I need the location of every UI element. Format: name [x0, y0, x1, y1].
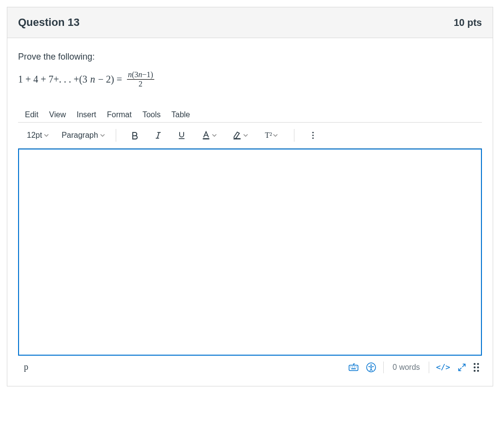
svg-rect-5	[234, 138, 240, 139]
highlight-color-button[interactable]	[227, 127, 254, 144]
bold-button[interactable]	[125, 127, 145, 144]
svg-point-10	[351, 366, 352, 367]
question-body: Prove the following: 1 + 4 + 7+. . . +(3…	[7, 38, 493, 386]
font-size-dropdown[interactable]: 12pt	[25, 131, 51, 140]
fullscreen-button[interactable]	[457, 363, 467, 372]
svg-rect-14	[351, 368, 355, 369]
svg-point-8	[312, 137, 313, 139]
menu-format[interactable]: Format	[107, 110, 132, 119]
svg-point-7	[312, 134, 313, 136]
bold-icon	[130, 130, 140, 140]
question-title: Question 13	[18, 16, 80, 29]
rich-text-editor: Edit View Insert Format Tools Table 12pt…	[18, 107, 482, 375]
highlight-icon	[232, 130, 242, 140]
block-format-dropdown[interactable]: Paragraph	[60, 131, 107, 140]
question-header: Question 13 10 pts	[7, 7, 493, 38]
text-color-icon	[201, 130, 211, 140]
toolbar-separator	[116, 129, 116, 142]
chevron-down-icon	[273, 133, 278, 138]
menu-tools[interactable]: Tools	[143, 110, 161, 119]
editor-content-area[interactable]	[18, 149, 482, 356]
font-size-value: 12pt	[27, 131, 42, 140]
word-count[interactable]: 0 words	[391, 363, 422, 372]
menu-insert[interactable]: Insert	[77, 110, 96, 119]
editor-toolbar: 12pt Paragraph	[18, 123, 482, 149]
superscript-button[interactable]: T²	[258, 127, 285, 144]
chevron-down-icon	[100, 133, 105, 138]
element-path[interactable]: p	[21, 362, 28, 372]
expand-icon	[457, 363, 467, 372]
menu-view[interactable]: View	[49, 110, 66, 119]
kebab-icon	[308, 130, 318, 140]
drag-handle-icon	[474, 363, 479, 372]
equation-numerator: n(3n−1)	[127, 71, 154, 80]
svg-point-11	[352, 366, 353, 367]
equation-var-n-1: n	[90, 74, 95, 85]
chevron-down-icon	[243, 133, 248, 138]
block-format-value: Paragraph	[62, 131, 98, 140]
question-card: Question 13 10 pts Prove the following: …	[7, 7, 493, 386]
svg-rect-4	[203, 138, 209, 139]
resize-handle[interactable]	[474, 363, 479, 372]
svg-point-12	[354, 366, 355, 367]
editor-menubar: Edit View Insert Format Tools Table	[18, 107, 482, 123]
svg-rect-9	[349, 365, 358, 370]
text-color-button[interactable]	[195, 127, 223, 144]
html-view-button[interactable]: </>	[436, 363, 450, 372]
equation-denominator: 2	[139, 80, 143, 88]
more-tools-button[interactable]	[303, 127, 323, 144]
equation: 1 + 4 + 7+. . . +(3n − 2) = n(3n−1) 2	[18, 71, 482, 88]
keyboard-shortcuts-button[interactable]	[348, 362, 359, 373]
italic-button[interactable]	[148, 127, 168, 144]
underline-button[interactable]	[172, 127, 191, 144]
accessibility-checker-button[interactable]	[366, 362, 376, 373]
status-separator	[383, 362, 384, 373]
svg-point-13	[356, 366, 357, 367]
status-separator	[429, 362, 429, 373]
question-points: 10 pts	[454, 17, 482, 28]
accessibility-icon	[366, 362, 376, 373]
superscript-label: T²	[265, 131, 272, 140]
svg-point-16	[371, 364, 372, 366]
chevron-down-icon	[44, 133, 49, 138]
menu-table[interactable]: Table	[171, 110, 190, 119]
svg-point-6	[312, 131, 313, 133]
underline-icon	[177, 130, 187, 140]
equation-lhs-suffix: − 2) =	[98, 74, 122, 85]
toolbar-separator	[294, 129, 294, 142]
chevron-down-icon	[212, 133, 217, 138]
equation-lhs-prefix: 1 + 4 + 7+. . . +(3	[18, 74, 87, 85]
editor-statusbar: p 0 words </>	[18, 356, 482, 375]
italic-icon	[153, 130, 163, 140]
equation-fraction: n(3n−1) 2	[127, 71, 154, 88]
svg-line-2	[157, 132, 159, 138]
menu-edit[interactable]: Edit	[25, 110, 39, 119]
keyboard-icon	[348, 362, 359, 373]
question-prompt: Prove the following:	[18, 52, 482, 62]
